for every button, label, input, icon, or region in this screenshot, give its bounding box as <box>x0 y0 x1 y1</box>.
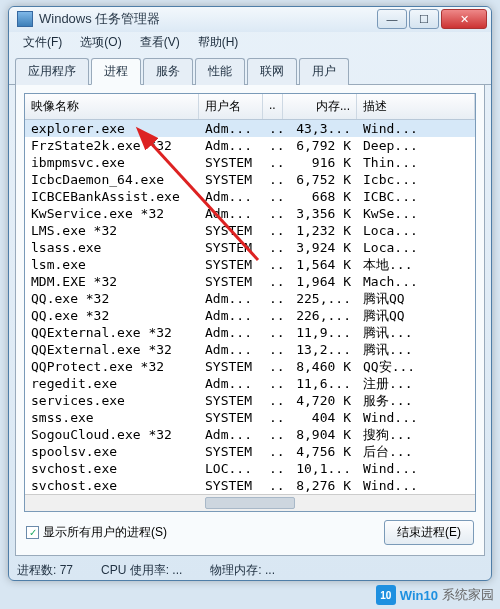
table-row[interactable]: IcbcDaemon_64.exeSYSTEM..6,752 KIcbc... <box>25 171 475 188</box>
show-all-users-checkbox[interactable]: ✓ 显示所有用户的进程(S) <box>26 524 384 541</box>
table-row[interactable]: QQ.exe *32Adm.....225,...腾讯QQ <box>25 290 475 307</box>
cell-memory: 11,9... <box>283 324 357 341</box>
cell-description: Loca... <box>357 222 475 239</box>
cell-memory: 3,356 K <box>283 205 357 222</box>
horizontal-scrollbar[interactable] <box>25 494 475 511</box>
cell-cpu: .. <box>263 392 283 409</box>
cell-description: 本地... <box>357 256 475 273</box>
cell-description: 腾讯QQ <box>357 307 475 324</box>
menu-file[interactable]: 文件(F) <box>15 32 70 53</box>
table-row[interactable]: spoolsv.exeSYSTEM..4,756 K后台... <box>25 443 475 460</box>
col-description[interactable]: 描述 <box>357 94 475 119</box>
cell-memory: 11,6... <box>283 375 357 392</box>
cell-description: Wind... <box>357 460 475 477</box>
cell-user-name: SYSTEM <box>199 256 263 273</box>
table-row[interactable]: explorer.exeAdm.....43,3...Wind... <box>25 120 475 137</box>
table-row[interactable]: QQProtect.exe *32SYSTEM..8,460 KQQ安... <box>25 358 475 375</box>
cell-image-name: QQExternal.exe *32 <box>25 324 199 341</box>
cell-memory: 43,3... <box>283 120 357 137</box>
list-body[interactable]: explorer.exeAdm.....43,3...Wind...FrzSta… <box>25 120 475 494</box>
cell-description: 搜狗... <box>357 426 475 443</box>
cell-user-name: Adm... <box>199 375 263 392</box>
col-cpu[interactable]: .. <box>263 94 283 119</box>
col-user-name[interactable]: 用户名 <box>199 94 263 119</box>
table-row[interactable]: lsm.exeSYSTEM..1,564 K本地... <box>25 256 475 273</box>
cell-cpu: .. <box>263 307 283 324</box>
tab-networking[interactable]: 联网 <box>247 58 297 85</box>
status-phys-mem: 物理内存: ... <box>210 562 275 579</box>
table-row[interactable]: QQExternal.exe *32Adm.....13,2...腾讯... <box>25 341 475 358</box>
tab-services[interactable]: 服务 <box>143 58 193 85</box>
cell-user-name: SYSTEM <box>199 358 263 375</box>
watermark-logo-icon: 10 <box>376 585 396 605</box>
table-row[interactable]: lsass.exeSYSTEM..3,924 KLoca... <box>25 239 475 256</box>
cell-user-name: Adm... <box>199 426 263 443</box>
minimize-button[interactable]: — <box>377 9 407 29</box>
table-row[interactable]: SogouCloud.exe *32Adm.....8,904 K搜狗... <box>25 426 475 443</box>
cell-description: Loca... <box>357 239 475 256</box>
cell-image-name: svchost.exe <box>25 460 199 477</box>
end-process-button[interactable]: 结束进程(E) <box>384 520 474 545</box>
cell-memory: 404 K <box>283 409 357 426</box>
tab-processes[interactable]: 进程 <box>91 58 141 85</box>
maximize-button[interactable]: ☐ <box>409 9 439 29</box>
cell-cpu: .. <box>263 120 283 137</box>
list-header: 映像名称 用户名 .. 内存... 描述 <box>25 94 475 120</box>
cell-user-name: Adm... <box>199 120 263 137</box>
menubar: 文件(F) 选项(O) 查看(V) 帮助(H) <box>9 32 491 53</box>
table-row[interactable]: FrzState2k.exe *32Adm.....6,792 KDeep... <box>25 137 475 154</box>
table-row[interactable]: regedit.exeAdm.....11,6...注册... <box>25 375 475 392</box>
cell-description: 腾讯... <box>357 341 475 358</box>
cell-description: Wind... <box>357 120 475 137</box>
cell-description: Thin... <box>357 154 475 171</box>
table-row[interactable]: MDM.EXE *32SYSTEM..1,964 KMach... <box>25 273 475 290</box>
cell-description: Deep... <box>357 137 475 154</box>
cell-memory: 10,1... <box>283 460 357 477</box>
cell-image-name: lsass.exe <box>25 239 199 256</box>
table-row[interactable]: ibmpmsvc.exeSYSTEM..916 KThin... <box>25 154 475 171</box>
col-memory[interactable]: 内存... <box>283 94 357 119</box>
cell-memory: 8,904 K <box>283 426 357 443</box>
col-image-name[interactable]: 映像名称 <box>25 94 199 119</box>
cell-user-name: SYSTEM <box>199 239 263 256</box>
cell-cpu: .. <box>263 188 283 205</box>
table-row[interactable]: svchost.exeSYSTEM..8,276 KWind... <box>25 477 475 494</box>
table-row[interactable]: QQExternal.exe *32Adm.....11,9...腾讯... <box>25 324 475 341</box>
table-row[interactable]: QQ.exe *32Adm.....226,...腾讯QQ <box>25 307 475 324</box>
watermark-brand: Win10 <box>400 588 438 603</box>
cell-cpu: .. <box>263 477 283 494</box>
cell-image-name: explorer.exe <box>25 120 199 137</box>
tab-users[interactable]: 用户 <box>299 58 349 85</box>
table-row[interactable]: services.exeSYSTEM..4,720 K服务... <box>25 392 475 409</box>
titlebar[interactable]: Windows 任务管理器 — ☐ ✕ <box>9 7 491 32</box>
table-row[interactable]: smss.exeSYSTEM..404 KWind... <box>25 409 475 426</box>
tab-performance[interactable]: 性能 <box>195 58 245 85</box>
table-row[interactable]: LMS.exe *32SYSTEM..1,232 KLoca... <box>25 222 475 239</box>
cell-description: 注册... <box>357 375 475 392</box>
cell-image-name: QQExternal.exe *32 <box>25 341 199 358</box>
cell-cpu: .. <box>263 273 283 290</box>
cell-memory: 1,964 K <box>283 273 357 290</box>
cell-description: KwSe... <box>357 205 475 222</box>
cell-cpu: .. <box>263 154 283 171</box>
menu-help[interactable]: 帮助(H) <box>190 32 247 53</box>
close-button[interactable]: ✕ <box>441 9 487 29</box>
cell-user-name: SYSTEM <box>199 273 263 290</box>
menu-view[interactable]: 查看(V) <box>132 32 188 53</box>
table-row[interactable]: KwService.exe *32Adm.....3,356 KKwSe... <box>25 205 475 222</box>
cell-memory: 13,2... <box>283 341 357 358</box>
scroll-thumb[interactable] <box>205 497 295 509</box>
cell-user-name: Adm... <box>199 188 263 205</box>
cell-user-name: Adm... <box>199 341 263 358</box>
status-cpu-usage: CPU 使用率: ... <box>101 562 182 579</box>
cell-memory: 916 K <box>283 154 357 171</box>
tab-applications[interactable]: 应用程序 <box>15 58 89 85</box>
cell-image-name: ICBCEBankAssist.exe <box>25 188 199 205</box>
table-row[interactable]: svchost.exeLOC.....10,1...Wind... <box>25 460 475 477</box>
table-row[interactable]: ICBCEBankAssist.exeAdm.....668 KICBC... <box>25 188 475 205</box>
cell-cpu: .. <box>263 239 283 256</box>
menu-options[interactable]: 选项(O) <box>72 32 129 53</box>
checkbox-icon: ✓ <box>26 526 39 539</box>
cell-image-name: svchost.exe <box>25 477 199 494</box>
cell-cpu: .. <box>263 460 283 477</box>
